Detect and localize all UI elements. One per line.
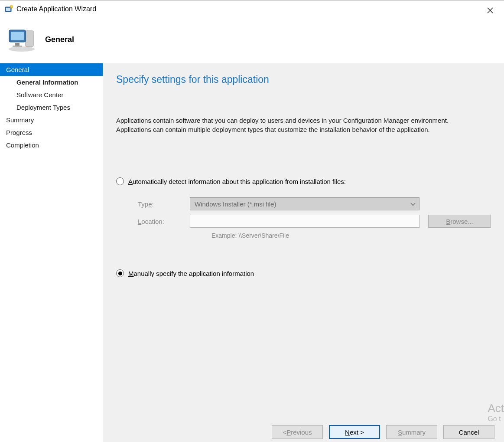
wizard-sidebar: General General Information Software Cen… <box>0 63 103 442</box>
type-select: Windows Installer (*.msi file) <box>190 197 419 210</box>
main-content: Specify settings for this application Ap… <box>103 63 504 442</box>
page-heading: General <box>45 35 74 44</box>
sidebar-step-summary[interactable]: Summary <box>0 114 103 126</box>
browse-button: Browse... <box>428 215 491 228</box>
location-label: Location: <box>138 218 190 225</box>
type-select-value: Windows Installer (*.msi file) <box>195 200 276 208</box>
sidebar-step-deployment-types[interactable]: Deployment Types <box>0 101 103 114</box>
sidebar-step-progress[interactable]: Progress <box>0 126 103 139</box>
chevron-down-icon <box>410 200 416 208</box>
sidebar-step-software-center[interactable]: Software Center <box>0 88 103 101</box>
type-label: Type: <box>138 200 190 208</box>
svg-rect-8 <box>11 32 24 40</box>
cancel-button[interactable]: Cancel <box>443 425 494 439</box>
svg-rect-1 <box>6 8 10 11</box>
activation-watermark: Act Go t <box>488 402 504 423</box>
header-band: General <box>0 18 504 61</box>
wizard-window: Create Application Wizard General Genera <box>0 0 504 442</box>
radio-manual[interactable] <box>116 269 124 277</box>
sidebar-step-general-information[interactable]: General Information <box>0 76 103 88</box>
location-input <box>190 215 419 228</box>
auto-form: Type: Windows Installer (*.msi file) Loc… <box>138 197 491 239</box>
window-title: Create Application Wizard <box>16 5 96 13</box>
previous-button: < Previous <box>272 425 323 439</box>
sidebar-step-general[interactable]: General <box>0 63 103 76</box>
sidebar-step-completion[interactable]: Completion <box>0 139 103 151</box>
next-button[interactable]: Next > <box>329 425 380 439</box>
titlebar: Create Application Wizard <box>0 0 504 18</box>
body: General General Information Software Cen… <box>0 63 504 442</box>
section-title: Specify settings for this application <box>116 74 491 85</box>
summary-button: Summary <box>386 425 437 439</box>
radio-manual-label: Manually specify the application informa… <box>128 270 254 277</box>
svg-rect-6 <box>26 31 33 46</box>
location-example: Example: \\Server\Share\File <box>211 232 491 239</box>
wizard-icon <box>4 22 39 57</box>
radio-auto-row: Automatically detect information about t… <box>116 177 491 185</box>
wizard-footer: < Previous Next > Summary Cancel <box>103 422 504 442</box>
radio-manual-row: Manually specify the application informa… <box>116 269 491 277</box>
radio-auto-label: Automatically detect information about t… <box>128 178 346 185</box>
section-description: Applications contain software that you c… <box>116 116 484 134</box>
app-icon <box>4 5 13 13</box>
svg-marker-2 <box>10 6 13 8</box>
close-button[interactable] <box>482 5 498 16</box>
radio-auto[interactable] <box>116 177 124 185</box>
svg-rect-9 <box>15 43 20 46</box>
svg-rect-10 <box>13 46 22 47</box>
